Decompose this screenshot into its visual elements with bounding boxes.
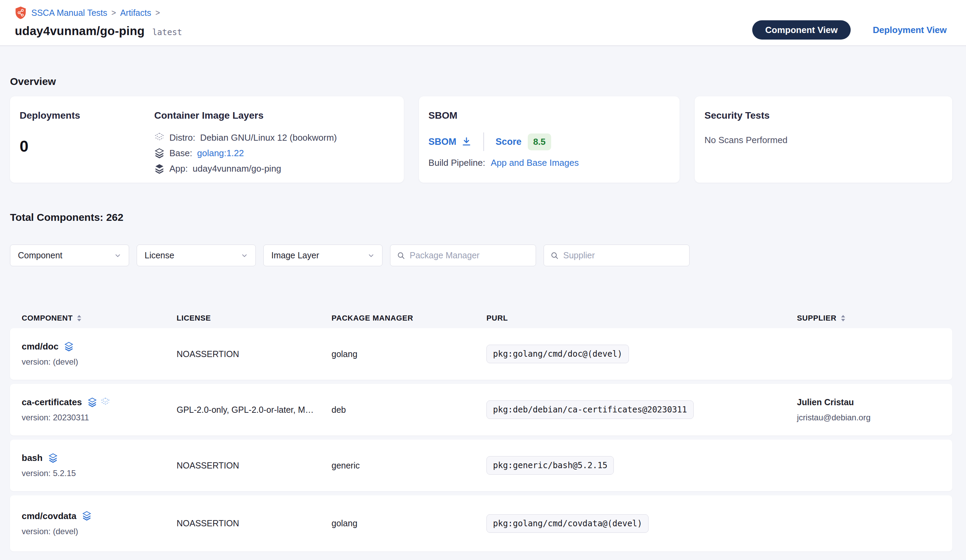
table-body: cmd/doc version: (devel) NOASSERTION gol…	[10, 328, 952, 552]
sbom-download-label: SBOM	[429, 137, 457, 147]
license-filter-dropdown[interactable]: License	[137, 245, 256, 266]
layers-half-icon	[154, 148, 164, 159]
breadcrumb-separator: >	[155, 8, 160, 18]
overview-heading: Overview	[10, 76, 952, 87]
distro-label: Distro:	[169, 133, 195, 143]
sbom-card: SBOM SBOM Score 8.5 Build Pipeline:	[419, 96, 680, 183]
table-row[interactable]: cmd/doc version: (devel) NOASSERTION gol…	[10, 328, 952, 380]
component-view-button[interactable]: Component View	[752, 20, 851, 39]
total-components-heading: Total Components: 262	[10, 211, 952, 223]
license-filter-label: License	[145, 251, 174, 260]
table-row[interactable]: cmd/covdata version: (devel) NOASSERTION…	[10, 495, 952, 552]
component-icons	[48, 453, 58, 463]
license-cell: NOASSERTION	[177, 349, 332, 359]
vertical-divider	[483, 133, 484, 151]
column-header-package-manager: PACKAGE MANAGER	[332, 314, 486, 323]
component-name: ca-certificates	[22, 397, 82, 408]
supplier-search[interactable]	[544, 245, 690, 266]
total-components-count: 262	[106, 211, 123, 223]
build-pipeline-link[interactable]: App and Base Images	[491, 157, 579, 168]
layers-dashed-icon	[154, 133, 164, 143]
sbom-score-link[interactable]: Score	[496, 137, 522, 147]
purl-cell: pkg:generic/bash@5.2.15	[486, 456, 797, 475]
supplier-cell	[797, 463, 942, 468]
image-layer-filter-label: Image Layer	[271, 251, 319, 260]
supplier-search-input[interactable]	[563, 251, 683, 260]
components-table: COMPONENT LICENSE PACKAGE MANAGER PURL S…	[10, 308, 952, 552]
deployments-count: 0	[20, 137, 154, 156]
base-layer-row: Base: golang:1.22	[154, 146, 394, 161]
deployment-view-button[interactable]: Deployment View	[873, 25, 947, 35]
table-row[interactable]: ca-certificates version: 20230311 GPL-2.…	[10, 384, 952, 436]
purl-cell: pkg:golang/cmd/doc@(devel)	[486, 345, 797, 363]
column-label: LICENSE	[177, 314, 211, 323]
package-manager-cell: deb	[332, 405, 486, 415]
component-cell: cmd/covdata version: (devel)	[22, 511, 177, 536]
app-value: uday4vunnam/go-ping	[193, 164, 281, 174]
base-image-link[interactable]: golang:1.22	[197, 148, 244, 159]
component-version: version: (devel)	[22, 527, 177, 536]
total-components-label: Total Components:	[10, 211, 103, 223]
license-cell: GPL-2.0-only, GPL-2.0-or-later, M…	[177, 405, 332, 415]
table-header-row: COMPONENT LICENSE PACKAGE MANAGER PURL S…	[10, 308, 952, 328]
column-header-license: LICENSE	[177, 314, 332, 323]
component-icons	[64, 342, 74, 352]
column-header-purl: PURL	[486, 314, 797, 323]
component-icons	[82, 511, 92, 521]
package-manager-cell: generic	[332, 460, 486, 471]
package-manager-search-input[interactable]	[410, 251, 529, 260]
license-cell: NOASSERTION	[177, 460, 332, 471]
column-label: COMPONENT	[22, 314, 72, 323]
security-tests-label: Security Tests	[704, 110, 943, 121]
component-version: version: (devel)	[22, 357, 177, 367]
layers-dashed-icon	[100, 397, 110, 408]
component-icons	[87, 397, 110, 408]
component-name: cmd/doc	[22, 341, 59, 352]
security-tests-status: No Scans Performed	[704, 135, 943, 146]
build-pipeline-label: Build Pipeline:	[429, 157, 485, 168]
column-label: PACKAGE MANAGER	[332, 314, 413, 323]
search-icon	[550, 251, 559, 260]
component-filter-label: Component	[18, 251, 62, 260]
component-version: version: 20230311	[22, 413, 177, 422]
image-layer-filter-dropdown[interactable]: Image Layer	[263, 245, 383, 266]
purl-chip: pkg:deb/debian/ca-certificates@20230311	[486, 400, 694, 419]
column-header-component[interactable]: COMPONENT	[22, 314, 177, 323]
artifact-tag-badge: latest	[152, 28, 182, 37]
breadcrumb-link-artifacts[interactable]: Artifacts	[120, 8, 151, 18]
layers-icon	[82, 511, 92, 521]
purl-chip: pkg:golang/cmd/covdata@(devel)	[486, 514, 649, 533]
breadcrumb-link-ssca-manual-tests[interactable]: SSCA Manual Tests	[31, 8, 107, 18]
breadcrumb-separator: >	[111, 8, 116, 18]
package-manager-cell: golang	[332, 518, 486, 528]
search-icon	[397, 251, 406, 260]
sort-icon[interactable]	[77, 314, 82, 322]
component-name: cmd/covdata	[22, 511, 76, 521]
component-filter-dropdown[interactable]: Component	[10, 245, 129, 266]
chevron-down-icon	[367, 251, 375, 260]
package-manager-search[interactable]	[390, 245, 536, 266]
sbom-download-link[interactable]: SBOM	[429, 137, 472, 147]
supplier-cell	[797, 351, 942, 357]
app-layer-row: App: uday4vunnam/go-ping	[154, 161, 394, 177]
purl-chip: pkg:golang/cmd/doc@(devel)	[486, 345, 629, 363]
deployments-label: Deployments	[20, 110, 154, 121]
container-image-layers-label: Container Image Layers	[154, 110, 394, 121]
sort-icon[interactable]	[841, 314, 846, 322]
component-cell: cmd/doc version: (devel)	[22, 341, 177, 367]
table-row[interactable]: bash version: 5.2.15 NOASSERTION generic…	[10, 440, 952, 491]
sbom-score-badge: 8.5	[528, 133, 551, 150]
download-icon[interactable]	[461, 137, 472, 147]
sbom-card-label: SBOM	[429, 110, 670, 121]
purl-cell: pkg:golang/cmd/covdata@(devel)	[486, 514, 797, 533]
supplier-name: Julien Cristau	[797, 397, 942, 407]
component-cell: bash version: 5.2.15	[22, 453, 177, 478]
column-header-supplier[interactable]: SUPPLIER	[797, 314, 942, 323]
chevron-down-icon	[240, 251, 248, 260]
layers-icon	[87, 397, 97, 408]
purl-cell: pkg:deb/debian/ca-certificates@20230311	[486, 400, 797, 419]
column-label: SUPPLIER	[797, 314, 836, 323]
layers-icon	[64, 342, 74, 352]
supplier-email: jcristau@debian.org	[797, 413, 942, 422]
app-label: App:	[169, 164, 188, 174]
